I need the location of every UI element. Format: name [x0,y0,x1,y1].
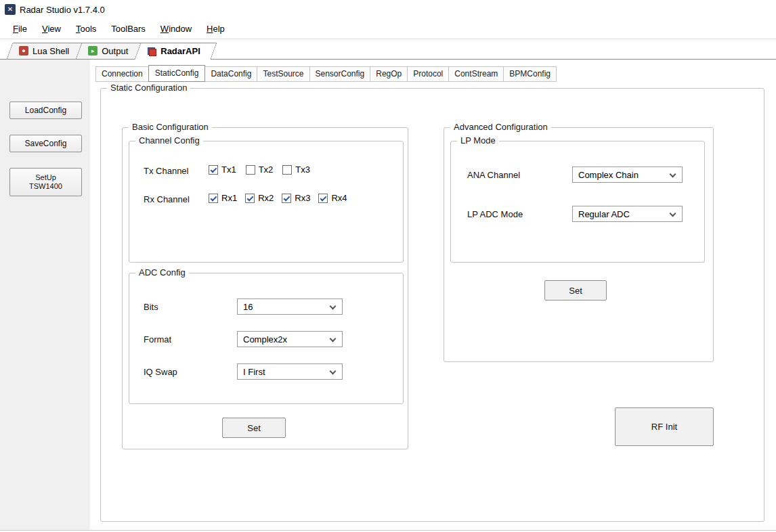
tx-checkbox-row: Tx1 Tx2 Tx3 [209,164,310,175]
menu-toolbars[interactable]: ToolBars [104,20,153,37]
rx-channel-label: Rx Channel [144,194,190,204]
tab-lua-shell[interactable]: ● Lua Shell [9,43,83,59]
tab-connection[interactable]: Connection [95,66,149,82]
menu-window[interactable]: Window [153,20,199,37]
tab-radar-api[interactable]: RadarAPI [137,43,214,60]
lua-shell-icon: ● [19,46,28,56]
chevron-down-icon [330,303,337,310]
menu-toolbars-rest: ToolBars [111,24,146,34]
tab-output-label: Output [102,46,128,56]
basic-configuration-title: Basic Configuration [129,122,212,132]
tab-data-config[interactable]: DataConfig [204,66,257,82]
iq-swap-dropdown-value: I First [243,367,265,377]
menu-help-rest: elp [213,24,225,34]
checkbox-tx3[interactable]: Tx3 [282,164,310,175]
lp-mode-title: LP Mode [457,135,499,146]
window-title: Radar Studio v1.7.4.0 [20,5,105,15]
advanced-configuration-title: Advanced Configuration [450,122,551,132]
iq-swap-dropdown[interactable]: I First [237,363,343,380]
menu-tools[interactable]: Tools [68,20,104,37]
sidebar [0,60,90,530]
static-configuration-title: Static Configuration [107,83,190,93]
tab-static-config[interactable]: StaticConfig [148,65,206,82]
chevron-down-icon [670,210,676,217]
tab-output[interactable]: ▸ Output [79,43,142,59]
shell-tab-bar: ● Lua Shell ▸ Output RadarAPI [0,39,776,60]
format-label: Format [144,334,171,345]
ana-channel-dropdown[interactable]: Complex Chain [572,167,683,183]
titlebar: ✕ Radar Studio v1.7.4.0 [0,0,776,19]
menu-bar: File View Tools ToolBars Window Help [0,19,776,39]
checkbox-rx3-box [282,194,291,203]
checkbox-rx1[interactable]: Rx1 [209,193,237,203]
rx-checkbox-row: Rx1 Rx2 Rx3 Rx4 [209,193,347,203]
tab-protocol[interactable]: Protocol [407,66,449,82]
menu-file-rest: ile [18,24,27,34]
bits-dropdown-value: 16 [243,302,253,312]
api-tab-bar: Connection StaticConfig DataConfig TestS… [95,66,556,82]
tab-cont-stream[interactable]: ContStream [448,66,504,82]
tab-reg-op[interactable]: RegOp [370,66,408,82]
checkbox-rx1-label: Rx1 [221,193,237,203]
lp-adc-mode-label: LP ADC Mode [467,209,523,219]
output-icon: ▸ [88,46,98,56]
bits-label: Bits [144,302,158,312]
menu-window-rest: indow [169,24,192,34]
rf-init-button[interactable]: RF Init [615,407,714,446]
checkbox-tx3-box [282,165,292,175]
chevron-down-icon [330,336,337,342]
basic-set-button[interactable]: Set [222,418,286,438]
menu-window-accel: W [160,24,169,34]
checkbox-rx3[interactable]: Rx3 [282,193,310,203]
checkbox-rx4[interactable]: Rx4 [318,193,347,203]
save-config-button[interactable]: SaveConfig [9,135,82,152]
iq-swap-label: IQ Swap [144,367,177,377]
checkbox-tx2-box [246,165,255,175]
menu-file[interactable]: File [5,20,35,37]
checkbox-rx2[interactable]: Rx2 [245,193,274,203]
menu-view-rest: iew [47,24,61,34]
setup-tsw1400-line1: SetUp [35,173,56,182]
ana-channel-label: ANA Channel [467,170,520,180]
bits-dropdown[interactable]: 16 [237,298,343,315]
checkbox-rx4-box [318,194,328,203]
checkbox-tx2[interactable]: Tx2 [246,164,274,175]
lp-mode-group: LP Mode [450,141,705,263]
ana-channel-dropdown-value: Complex Chain [578,170,639,180]
checkbox-rx2-box [245,194,255,203]
setup-tsw1400-line2: TSW1400 [29,182,62,191]
menu-help-accel: H [207,24,213,34]
chevron-down-icon [330,368,337,375]
checkbox-rx2-label: Rx2 [258,193,274,203]
checkbox-tx1-label: Tx1 [221,164,236,175]
menu-file-accel: F [13,24,18,34]
lp-adc-mode-dropdown-value: Regular ADC [578,209,630,219]
tab-bpm-config[interactable]: BPMConfig [503,66,557,82]
tab-lua-shell-label: Lua Shell [33,46,69,56]
checkbox-tx1[interactable]: Tx1 [209,164,236,175]
setup-tsw1400-button[interactable]: SetUp TSW1400 [9,168,82,196]
menu-view[interactable]: View [35,20,68,37]
format-dropdown[interactable]: Complex2x [237,331,343,347]
checkbox-tx3-label: Tx3 [295,164,310,175]
advanced-set-button[interactable]: Set [544,280,607,301]
menu-help[interactable]: Help [199,20,232,37]
checkbox-rx3-label: Rx3 [295,193,310,203]
lp-adc-mode-dropdown[interactable]: Regular ADC [572,206,683,222]
format-dropdown-value: Complex2x [243,334,287,345]
app-icon: ✕ [5,4,16,15]
menu-tools-rest: ools [80,24,96,34]
tab-test-source[interactable]: TestSource [257,66,309,82]
chevron-down-icon [670,171,676,178]
load-config-button[interactable]: LoadConfig [9,102,82,119]
checkbox-tx1-box [209,165,218,175]
checkbox-tx2-label: Tx2 [259,164,274,175]
radar-api-icon [147,47,156,56]
checkbox-rx1-box [209,194,218,203]
adc-config-title: ADC Config [135,267,189,278]
tab-sensor-config[interactable]: SensorConfig [309,66,371,82]
channel-config-title: Channel Config [135,135,203,146]
checkbox-rx4-label: Rx4 [331,193,347,203]
app-window: ✕ Radar Studio v1.7.4.0 File View Tools … [0,0,776,532]
tab-radar-api-label: RadarAPI [160,46,200,56]
